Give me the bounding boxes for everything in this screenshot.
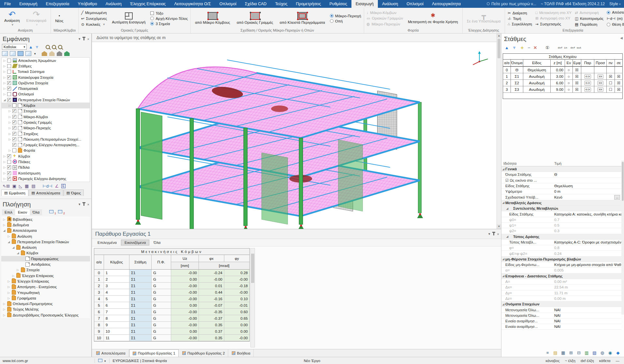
pointer-position-radio[interactable]: Θέση δείκτη — [607, 22, 624, 26]
snap-toggle[interactable]: κάθετα — [599, 359, 611, 363]
cut-button[interactable]: -/-Τομή — [508, 17, 532, 21]
visibility-checkbox[interactable] — [7, 171, 11, 175]
expander-icon[interactable]: ▷ — [7, 235, 11, 238]
display-tree-item[interactable]: ▷ Οριζόντια Στοιχεία — [2, 80, 90, 86]
select-elements-icon[interactable]: Ε — [61, 184, 66, 188]
nv-checkbox[interactable]: ☐ — [607, 86, 615, 93]
column-header[interactable]: Κόμβος — [104, 255, 129, 269]
display-tree-item[interactable]: ◢ Πεπερασμένα Στοιχεία Πλακών — [2, 97, 90, 103]
visible-checkbox[interactable]: ☒ — [573, 67, 581, 73]
expander-icon[interactable]: ▷ — [8, 121, 12, 124]
copy-level-button[interactable]: >> — [597, 87, 603, 92]
table-row[interactable]: 10 11 Σ1 G -0.00 0.35 -0.00 — [94, 335, 249, 341]
property-row[interactable]: Μετονομασία Όλω... ΝΑΙ — [501, 307, 621, 313]
bottom-tab[interactable]: Αποτελέσματα — [93, 349, 129, 357]
word-export-icon[interactable]: ▧ — [592, 350, 597, 356]
panel-menu-icon[interactable]: ▾ — [79, 37, 81, 41]
delete-level-icon[interactable]: ✕ — [533, 45, 537, 50]
property-value[interactable]: ΝΑΙ — [554, 308, 621, 312]
expander-icon[interactable]: ▷ — [11, 274, 15, 277]
expander-icon[interactable]: ▷ — [3, 87, 7, 90]
panel-menu-icon[interactable]: ▾ — [488, 232, 490, 236]
display-tree-item[interactable]: ▷ Πύκνωση Πεπερασμένων Στοιχεί... — [2, 136, 90, 142]
close-icon[interactable]: × — [87, 37, 89, 41]
display-tree-item[interactable]: ▷ Περιοχές Ελέγχου Διάτρησης — [2, 176, 90, 181]
arc-checkbox[interactable]: Τόξο — [150, 11, 188, 15]
nav-filter-tab[interactable]: Εικον — [15, 209, 30, 215]
property-value[interactable]: ΝΑΙ — [554, 325, 621, 329]
expander-icon[interactable]: ▷ — [3, 64, 7, 68]
se-checkbox[interactable]: ☒ — [615, 73, 623, 80]
nav-tree-item[interactable]: ▷ Δευτεροβάθμιος Προσεισμικός Έλεγχος — [1, 312, 90, 318]
move-level-down-icon[interactable]: ▼ — [512, 45, 516, 50]
table-row[interactable]: 4 5 Σ1 G -0.00 -0.16 0.10 — [94, 296, 249, 302]
render-colored-icon[interactable] — [42, 51, 47, 56]
render-green-icon[interactable] — [64, 51, 70, 56]
menu-item[interactable]: Τεύχος — [271, 0, 292, 8]
expander-icon[interactable]: ▷ — [7, 297, 11, 300]
insert-level-button[interactable]: <-> — [584, 81, 591, 85]
nav-tree-item[interactable]: ▷ Ανάλυση — [1, 233, 90, 239]
expander-icon[interactable]: ▷ — [2, 302, 6, 305]
dxf-export-button[interactable]: dxf out — [571, 47, 582, 49]
property-row[interactable]: ◢ Ονόματα Στοιχείων — [501, 301, 621, 307]
expander-icon[interactable]: ◢ — [7, 240, 11, 244]
context-tab[interactable]: Λειτουργικότητα — [428, 0, 465, 8]
expander-icon[interactable]: ◢ — [16, 251, 20, 255]
nav-tree-item[interactable]: ▷ Έλεγχοι Επάρκειας — [1, 278, 90, 284]
visibility-checkbox[interactable] — [7, 177, 11, 181]
filter-tab[interactable]: Όλα — [150, 240, 164, 245]
property-row[interactable]: φ= 0.8 — [501, 245, 621, 251]
visibility-checkbox[interactable] — [7, 81, 11, 85]
expander-icon[interactable]: ▷ — [2, 218, 6, 221]
nav-tree-item[interactable]: ▷ Υπερωθητική — [1, 290, 90, 295]
viewport-vertical-scrollbar[interactable]: ▲ ▼ — [497, 34, 501, 229]
from-macro-nodes-button[interactable]: από Μάκρο Κόμβους — [193, 12, 232, 25]
expander-icon[interactable]: ▷ — [3, 81, 7, 85]
active-radio[interactable]: ○ — [565, 67, 573, 73]
array-button[interactable]: ▤Παράθεση — [575, 22, 603, 27]
level-row[interactable]: 1 Σ1 Ανωδομή 3.00 ○ ☒ <-> >> ☒ ☒ — [503, 73, 622, 80]
property-row[interactable]: ◢ Μεταβλητές Δράσεις — [501, 200, 621, 206]
nav-tree-item[interactable]: ◢ Κόμβοι — [1, 250, 90, 256]
property-row[interactable]: Υψόμετρο 0 m — [501, 189, 621, 194]
property-value[interactable]: ΝΑΙ — [554, 319, 621, 323]
property-value[interactable]: 11.71 m — [554, 291, 621, 295]
property-value[interactable]: 22.54 m — [554, 285, 621, 289]
pin-icon[interactable] — [83, 38, 84, 40]
display-tree-item[interactable]: ▷ Τοπικό Σύστημα — [2, 69, 90, 75]
zoom-window-icon[interactable] — [46, 45, 50, 49]
context-tab[interactable]: Οπλισμοί — [402, 0, 428, 8]
circular-lines-button[interactable]: ⊙Κυκλικές˅ — [81, 22, 107, 27]
visibility-checkbox[interactable] — [7, 70, 11, 74]
properties-scrollbar[interactable] — [621, 161, 624, 315]
wall[interactable] — [338, 140, 363, 211]
se-checkbox[interactable] — [615, 67, 623, 73]
expander-icon[interactable]: ▷ — [8, 149, 12, 152]
property-row[interactable]: ◢ Τύπος Δράσης — [501, 234, 621, 240]
property-row[interactable]: ψΕ=φ·ψ2= 0.24 — [501, 251, 621, 256]
visibility-checkbox[interactable] — [7, 165, 11, 169]
group-expander-icon[interactable]: ◢ — [501, 201, 505, 204]
nav-filter-tab[interactable]: Όλα — [30, 209, 42, 215]
visible-checkbox[interactable]: ☒ — [573, 73, 581, 80]
column[interactable] — [244, 128, 247, 226]
solid-view-icon[interactable] — [18, 51, 23, 56]
visibility-checkbox[interactable] — [7, 98, 11, 102]
expander-icon[interactable]: ▷ — [8, 138, 12, 141]
scroll-up-icon[interactable]: ▲ — [497, 34, 501, 38]
render-gray-icon[interactable] — [57, 51, 62, 56]
panel-tab[interactable]: ▤Εμφάνιση — [1, 189, 28, 196]
expander-icon[interactable]: ▷ — [8, 109, 12, 113]
select-table-icon[interactable]: ▦ — [25, 184, 29, 189]
property-value[interactable]: 0.3 — [554, 229, 621, 233]
nav-tree-item[interactable]: ◢ Πεπερασμένα Στοιχεία Πλακών — [1, 239, 90, 245]
column[interactable] — [136, 109, 140, 219]
visibility-checkbox[interactable] — [12, 126, 16, 130]
expander-icon[interactable]: ◢ — [2, 229, 6, 232]
snap-toggle[interactable]: dxf έλξη — [581, 359, 594, 363]
expander-icon[interactable]: ◢ — [3, 98, 7, 102]
auto-insert-button[interactable]: Αυτόματη Εισαγωγή — [110, 12, 147, 25]
property-row[interactable]: Είδος μη-Φερόντω... Κτήρια με μη-φέροντα… — [501, 262, 621, 268]
filter-tab[interactable]: Επιλεγμένα — [94, 240, 120, 245]
